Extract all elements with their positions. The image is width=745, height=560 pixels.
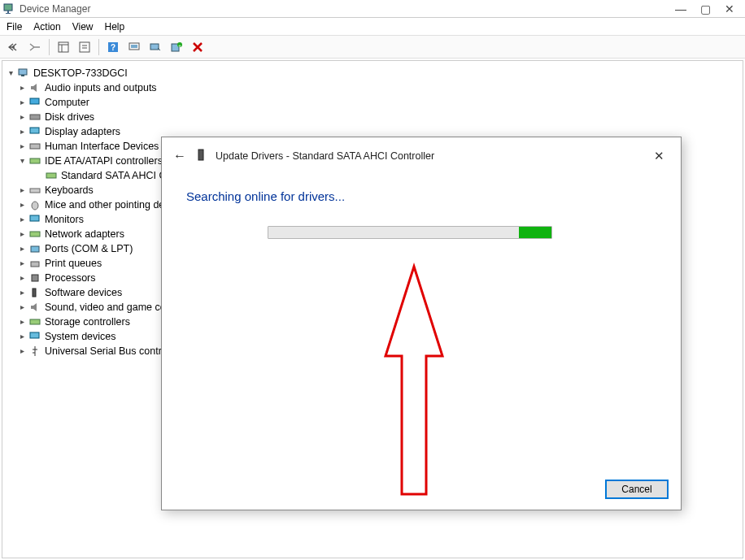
chevron-right-icon[interactable]: ▸ [17,256,27,271]
chevron-right-icon[interactable]: ▸ [17,110,27,124]
help-button[interactable]: ? [104,38,122,56]
tree-item-disk[interactable]: ▸Disk drives [6,110,739,124]
scan-hardware-button[interactable] [146,38,164,56]
chevron-right-icon[interactable]: ▸ [17,183,27,198]
back-button[interactable] [5,38,23,56]
svg-rect-30 [31,262,39,267]
hid-icon [28,140,41,153]
tree-item-computer[interactable]: ▸Computer [6,95,739,110]
dialog-status: Searching online for drivers... [186,189,656,203]
dialog-title: Update Drivers - Standard SATA AHCI Cont… [216,150,648,162]
mouse-icon [28,198,41,211]
keyboard-icon [28,184,41,197]
cancel-button[interactable]: Cancel [606,480,668,498]
svg-rect-12 [131,45,137,48]
progress-fill [519,227,551,238]
back-arrow-icon[interactable]: ← [173,149,191,163]
device-icon [196,149,211,164]
chevron-right-icon[interactable]: ▸ [17,271,27,285]
svg-text:+: + [178,42,181,47]
svg-rect-19 [30,98,39,104]
controller-icon [45,169,58,182]
port-icon [28,242,41,255]
window-title: Device Manager [20,3,90,15]
svg-rect-24 [46,173,56,178]
chevron-right-icon[interactable]: ▸ [17,95,27,110]
svg-point-26 [32,202,38,210]
chevron-right-icon[interactable]: ▸ [17,241,27,256]
tree-root-label: DESKTOP-733DGCI [33,66,128,80]
tree-root[interactable]: ▾ DESKTOP-733DGCI [6,66,739,80]
close-icon[interactable]: ✕ [648,149,669,163]
dialog-header: ← Update Drivers - Standard SATA AHCI Co… [162,137,681,175]
chevron-right-icon[interactable]: ▸ [17,300,27,315]
monitor-icon [28,213,41,226]
speaker-icon [28,81,41,94]
tree-item-audio[interactable]: ▸Audio inputs and outputs [6,80,739,95]
svg-rect-17 [19,69,27,75]
show-hide-tree-button[interactable] [54,38,72,56]
minimize-button[interactable]: — [669,2,693,15]
svg-rect-25 [30,189,40,193]
cpu-icon [28,271,41,284]
chevron-right-icon[interactable]: ▸ [17,198,27,212]
dialog-body: Searching online for drivers... [162,175,681,254]
ide-icon [28,154,41,167]
menu-view[interactable]: View [72,21,94,33]
network-icon [28,228,41,241]
software-icon [28,286,41,299]
svg-rect-21 [30,128,39,133]
chevron-down-icon[interactable]: ▾ [6,66,15,80]
properties-button[interactable] [76,38,94,56]
forward-button[interactable] [26,38,44,56]
title-bar: Device Manager — ▢ ✕ [0,0,745,18]
add-legacy-hardware-button[interactable]: + [168,38,185,56]
svg-rect-23 [30,158,40,163]
svg-rect-31 [32,275,38,281]
menu-bar: File Action View Help [0,18,745,36]
chevron-right-icon[interactable]: ▸ [17,227,27,241]
chevron-right-icon[interactable]: ▸ [17,124,27,139]
menu-help[interactable]: Help [105,21,125,33]
speaker-icon [28,301,41,314]
update-drivers-dialog: ← Update Drivers - Standard SATA AHCI Co… [161,137,682,510]
svg-rect-1 [7,11,9,13]
disk-icon [28,111,41,124]
monitor-icon [28,96,41,109]
svg-rect-27 [30,215,39,221]
progress-bar [268,226,552,239]
printer-icon [28,257,41,270]
svg-rect-29 [31,246,39,252]
chevron-right-icon[interactable]: ▸ [17,315,27,329]
computer-icon-button[interactable] [125,38,143,56]
chevron-right-icon[interactable]: ▸ [17,139,27,154]
svg-rect-33 [30,319,40,324]
svg-rect-35 [198,150,203,160]
chevron-right-icon[interactable]: ▸ [17,344,27,358]
svg-text:?: ? [111,43,115,52]
svg-rect-32 [33,289,36,297]
chevron-right-icon[interactable]: ▸ [17,80,27,95]
system-icon [28,330,41,343]
dialog-footer: Cancel [606,480,668,498]
maximize-button[interactable]: ▢ [693,2,717,15]
close-button[interactable]: ✕ [717,2,742,15]
svg-rect-2 [6,13,11,14]
chevron-down-icon[interactable]: ▾ [17,154,27,168]
svg-rect-22 [30,144,40,149]
svg-rect-28 [30,232,40,237]
chevron-right-icon[interactable]: ▸ [17,329,27,344]
menu-file[interactable]: File [7,21,22,33]
svg-rect-0 [4,4,12,11]
display-icon [28,125,41,138]
uninstall-device-button[interactable] [189,38,207,56]
svg-rect-20 [30,115,40,119]
chevron-right-icon[interactable]: ▸ [17,212,27,227]
menu-action[interactable]: Action [33,21,60,33]
chevron-right-icon[interactable]: ▸ [17,285,27,300]
svg-rect-13 [150,44,159,50]
storage-icon [28,315,41,328]
svg-rect-34 [30,332,39,338]
toolbar: ? + [0,36,745,59]
app-icon [3,2,16,15]
